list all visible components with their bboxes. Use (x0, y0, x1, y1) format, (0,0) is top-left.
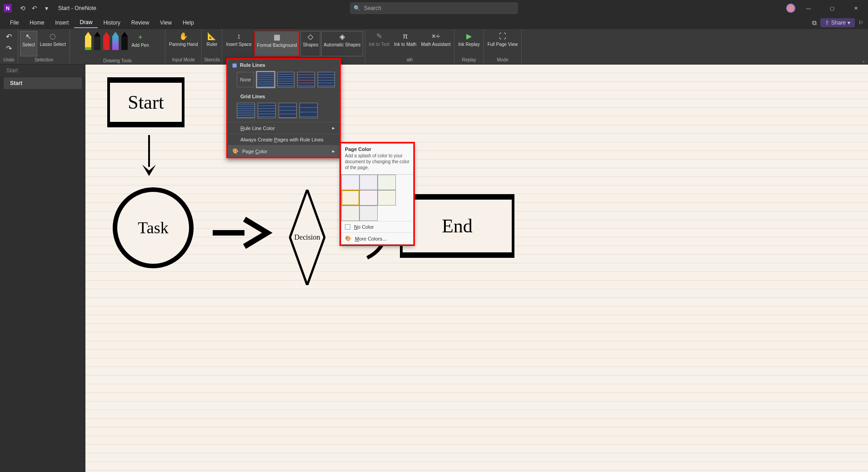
more-colors-icon: 🎨 (345, 236, 351, 241)
lasso-button[interactable]: ◌ Lasso Select (38, 31, 68, 56)
chevron-right-icon: ▸ (332, 125, 335, 131)
color-3[interactable] (341, 190, 359, 206)
no-color-item[interactable]: No Color (341, 221, 413, 232)
grid-large[interactable] (279, 103, 297, 118)
color-0[interactable] (341, 175, 359, 190)
menu-tabs: File Home Insert Draw History Review Vie… (0, 16, 868, 29)
panning-button[interactable]: ✋ Panning Hand (167, 31, 200, 56)
grid-lines-header: Grid Lines (228, 91, 339, 101)
undo-button[interactable]: ↶ (29, 3, 40, 14)
full-page-button[interactable]: ⛶ Full Page View (486, 31, 520, 56)
auto-shapes-button[interactable]: ◈ Automatic Shapes (321, 31, 363, 56)
flyout-title: Page Color (341, 144, 413, 153)
tab-insert[interactable]: Insert (50, 18, 74, 28)
pen-black2[interactable] (121, 32, 128, 50)
select-label: Select (22, 42, 35, 47)
more-colors-item[interactable]: 🎨 More Colors... (341, 232, 413, 244)
rule-wide[interactable] (318, 72, 335, 87)
redo-button[interactable]: ↷ (3, 43, 15, 55)
rule-narrow[interactable] (257, 72, 274, 87)
ink-group: ✎ Ink to Text π Ink to Math ×÷ Math Assi… (365, 29, 455, 64)
rule-standard[interactable] (297, 72, 314, 87)
shape-start[interactable]: Start (107, 77, 185, 127)
undo-group-label: Undo (4, 56, 15, 63)
tab-draw[interactable]: Draw (74, 17, 98, 28)
shapes-button[interactable]: ◇ Shapes (300, 31, 320, 56)
add-pen-label: Add Pen (131, 43, 149, 48)
page-item-1[interactable]: Start (4, 77, 82, 89)
insert-space-button[interactable]: ↕ Insert Space (224, 31, 253, 56)
rule-college[interactable] (277, 72, 294, 87)
tab-file[interactable]: File (5, 18, 24, 28)
color-2[interactable] (378, 175, 396, 190)
rule-none[interactable]: None (237, 72, 254, 87)
ruler-button[interactable]: 📐 Ruler (204, 31, 220, 56)
undo-button[interactable]: ↶ (3, 31, 15, 43)
tab-history[interactable]: History (98, 18, 125, 28)
page-color-item[interactable]: 🎨Page Color ▸ (228, 145, 339, 157)
main-area: Start Start Start Task Decision End (0, 65, 868, 472)
maximize-button[interactable]: ▢ (822, 0, 843, 16)
pen-yellow[interactable] (85, 32, 91, 50)
pen-galaxy[interactable] (112, 32, 119, 50)
replay-label: Ink Replay (458, 42, 479, 47)
share-label: Share (831, 20, 846, 26)
share-icon: ⇪ (825, 20, 829, 26)
drawing-group-label: Drawing Tools (103, 57, 132, 64)
always-create-item[interactable]: Always Create Pages with Rule Lines (228, 134, 339, 145)
tab-help[interactable]: Help (177, 18, 200, 28)
page-item-0[interactable]: Start (0, 65, 85, 76)
tab-home[interactable]: Home (24, 18, 50, 28)
ink-to-text-button: ✎ Ink to Text (367, 31, 391, 56)
canvas[interactable]: Start Task Decision End (85, 65, 868, 472)
comments-icon[interactable]: ⚐ (858, 20, 863, 26)
undo-icon: ↶ (5, 32, 14, 41)
ink-math-label: Ink to Math (394, 42, 416, 47)
rule-line-color-item[interactable]: Rule Line Color ▸ (228, 122, 339, 134)
grid-small[interactable] (237, 103, 255, 118)
ink-text-icon: ✎ (374, 32, 384, 41)
color-1[interactable] (359, 175, 378, 190)
auto-shapes-icon: ◈ (338, 32, 347, 41)
rule-lines-header: ▦ Rule Lines (228, 60, 339, 70)
mode-group: ⛶ Full Page View Mode (484, 29, 522, 64)
share-button[interactable]: ⇪ Share ▾ (820, 18, 855, 27)
format-background-button[interactable]: ▦ Format Background (254, 31, 300, 56)
tab-view[interactable]: View (155, 18, 177, 28)
qat-dropdown[interactable]: ▾ (41, 3, 52, 14)
shapes-icon: ◇ (306, 32, 315, 41)
shape-task[interactable]: Task (113, 187, 194, 268)
pen-black[interactable] (94, 32, 100, 50)
chevron-right-icon-2: ▸ (332, 148, 335, 154)
ink-replay-button[interactable]: ▶ Ink Replay (456, 31, 481, 56)
grid-medium[interactable] (258, 103, 276, 118)
format-bg-label: Format Background (257, 43, 297, 48)
present-icon[interactable]: ⧉ (812, 19, 817, 27)
page-color-flyout: Page Color Add a splash of color to your… (341, 143, 414, 245)
panning-label: Panning Hand (169, 42, 198, 47)
color-5[interactable] (378, 190, 396, 206)
grid-xlarge[interactable] (299, 103, 318, 118)
color-7[interactable] (359, 206, 378, 221)
color-grid (341, 174, 413, 221)
shape-decision[interactable]: Decision (289, 190, 325, 285)
color-6[interactable] (341, 206, 359, 221)
back-button[interactable]: ⟲ (17, 3, 28, 14)
user-avatar[interactable] (786, 4, 795, 13)
select-button[interactable]: ↖ Select (20, 31, 37, 56)
ribbon-collapse-button[interactable]: ⌄ (862, 58, 865, 63)
shape-end[interactable]: End (400, 194, 514, 258)
ink-text-label: Ink to Text (369, 42, 389, 47)
add-pen-button[interactable]: + Add Pen (130, 32, 150, 57)
rule-color-text: ule Line Color (244, 126, 275, 131)
color-4[interactable] (359, 190, 378, 206)
minimize-button[interactable]: — (798, 0, 819, 16)
lasso-label: Lasso Select (40, 42, 66, 47)
page-color-text: Page Color (242, 149, 267, 154)
pen-red[interactable] (103, 32, 110, 50)
close-button[interactable]: ✕ (845, 0, 866, 16)
math-assistant-button[interactable]: ×÷ Math Assistant (419, 31, 452, 56)
search-box[interactable]: 🔍 Search (350, 2, 518, 14)
ink-to-math-button[interactable]: π Ink to Math (392, 31, 418, 56)
tab-review[interactable]: Review (126, 18, 155, 28)
